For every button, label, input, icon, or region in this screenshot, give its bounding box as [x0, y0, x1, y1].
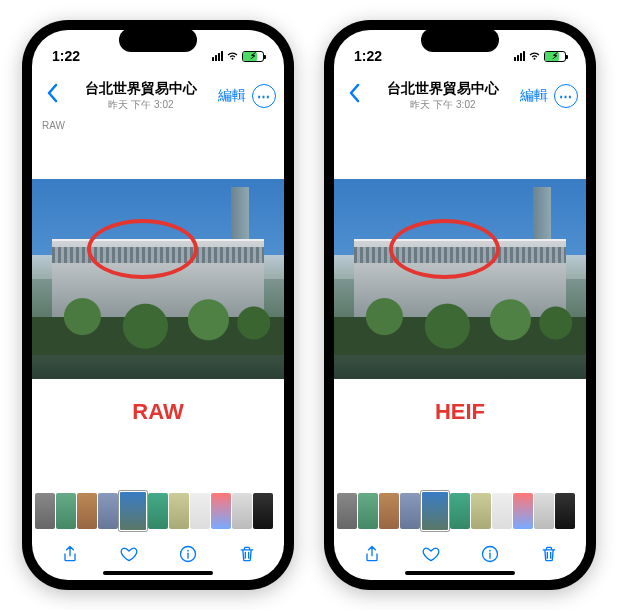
photo-greenery — [32, 291, 284, 355]
status-time: 1:22 — [52, 48, 80, 64]
main-photo[interactable] — [334, 179, 586, 379]
nav-title-group: 台北世界貿易中心 昨天 下午 3:02 — [64, 80, 218, 112]
back-button[interactable] — [342, 79, 366, 113]
edit-button[interactable]: 編輯 — [218, 87, 246, 105]
thumbnail[interactable] — [56, 493, 76, 529]
thumbnail[interactable] — [148, 493, 168, 529]
thumbnail[interactable] — [35, 493, 55, 529]
trash-icon — [237, 544, 257, 564]
dynamic-island — [421, 28, 499, 52]
info-button[interactable] — [476, 540, 504, 568]
thumbnail[interactable] — [379, 493, 399, 529]
favorite-button[interactable] — [115, 540, 143, 568]
annotation-red-ellipse — [389, 219, 500, 279]
photo-greenery — [334, 291, 586, 355]
status-indicators: ⚡︎ — [514, 51, 566, 62]
photo-datetime-subtitle: 昨天 下午 3:02 — [64, 98, 218, 112]
navigation-bar: 台北世界貿易中心 昨天 下午 3:02 編輯 ⋯ — [32, 74, 284, 118]
share-button[interactable] — [56, 540, 84, 568]
battery-icon: ⚡︎ — [242, 51, 264, 62]
more-options-button[interactable]: ⋯ — [252, 84, 276, 108]
cellular-signal-icon — [514, 51, 525, 61]
photo-datetime-subtitle: 昨天 下午 3:02 — [366, 98, 520, 112]
thumbnail[interactable] — [190, 493, 210, 529]
main-photo[interactable] — [32, 179, 284, 379]
thumbnail[interactable] — [492, 493, 512, 529]
edit-button[interactable]: 編輯 — [520, 87, 548, 105]
share-icon — [362, 544, 382, 564]
svg-point-3 — [489, 550, 491, 552]
thumbnail-current[interactable] — [119, 491, 147, 531]
thumbnail[interactable] — [450, 493, 470, 529]
thumbnail[interactable] — [77, 493, 97, 529]
thumbnail[interactable] — [232, 493, 252, 529]
navigation-bar: 台北世界貿易中心 昨天 下午 3:02 編輯 ⋯ — [334, 74, 586, 118]
info-circle-icon — [480, 544, 500, 564]
photo-location-title: 台北世界貿易中心 — [64, 80, 218, 98]
thumbnail[interactable] — [534, 493, 554, 529]
photo-viewport[interactable]: RAW — [32, 134, 284, 490]
raw-format-badge — [334, 118, 586, 134]
ellipsis-icon: ⋯ — [257, 89, 271, 104]
trash-icon — [539, 544, 559, 564]
nav-actions: 編輯 ⋯ — [218, 84, 276, 108]
chevron-left-icon — [348, 83, 360, 103]
thumbnail[interactable] — [400, 493, 420, 529]
cellular-signal-icon — [212, 51, 223, 61]
thumbnail[interactable] — [513, 493, 533, 529]
thumbnail-strip[interactable] — [32, 490, 284, 532]
wifi-icon — [226, 51, 239, 61]
thumbnail[interactable] — [253, 493, 273, 529]
info-circle-icon — [178, 544, 198, 564]
screen: 1:22 ⚡︎ 台北世界貿易中心 昨天 下午 3:02 編輯 ⋯ RAW — [32, 30, 284, 580]
wifi-icon — [528, 51, 541, 61]
dynamic-island — [119, 28, 197, 52]
status-indicators: ⚡︎ — [212, 51, 264, 62]
thumbnail[interactable] — [555, 493, 575, 529]
screen: 1:22 ⚡︎ 台北世界貿易中心 昨天 下午 3:02 編輯 ⋯ — [334, 30, 586, 580]
more-options-button[interactable]: ⋯ — [554, 84, 578, 108]
photo-viewport[interactable]: HEIF — [334, 134, 586, 490]
thumbnail[interactable] — [471, 493, 491, 529]
thumbnail[interactable] — [358, 493, 378, 529]
status-time: 1:22 — [354, 48, 382, 64]
share-button[interactable] — [358, 540, 386, 568]
iphone-frame-left: 1:22 ⚡︎ 台北世界貿易中心 昨天 下午 3:02 編輯 ⋯ RAW — [22, 20, 294, 590]
svg-point-1 — [187, 550, 189, 552]
annotation-red-ellipse — [87, 219, 198, 279]
home-indicator[interactable] — [405, 571, 515, 575]
heart-icon — [119, 544, 139, 564]
thumbnail[interactable] — [211, 493, 231, 529]
favorite-button[interactable] — [417, 540, 445, 568]
thumbnail[interactable] — [169, 493, 189, 529]
battery-icon: ⚡︎ — [544, 51, 566, 62]
delete-button[interactable] — [535, 540, 563, 568]
raw-format-badge: RAW — [32, 118, 284, 134]
ellipsis-icon: ⋯ — [559, 89, 573, 104]
thumbnail-current[interactable] — [421, 491, 449, 531]
thumbnail[interactable] — [98, 493, 118, 529]
info-button[interactable] — [174, 540, 202, 568]
thumbnail[interactable] — [337, 493, 357, 529]
chevron-left-icon — [46, 83, 58, 103]
format-caption-label: HEIF — [334, 379, 586, 445]
delete-button[interactable] — [233, 540, 261, 568]
photo-location-title: 台北世界貿易中心 — [366, 80, 520, 98]
home-indicator[interactable] — [103, 571, 213, 575]
format-caption-label: RAW — [32, 379, 284, 445]
back-button[interactable] — [40, 79, 64, 113]
nav-title-group: 台北世界貿易中心 昨天 下午 3:02 — [366, 80, 520, 112]
nav-actions: 編輯 ⋯ — [520, 84, 578, 108]
thumbnail-strip[interactable] — [334, 490, 586, 532]
heart-icon — [421, 544, 441, 564]
share-icon — [60, 544, 80, 564]
iphone-frame-right: 1:22 ⚡︎ 台北世界貿易中心 昨天 下午 3:02 編輯 ⋯ — [324, 20, 596, 590]
